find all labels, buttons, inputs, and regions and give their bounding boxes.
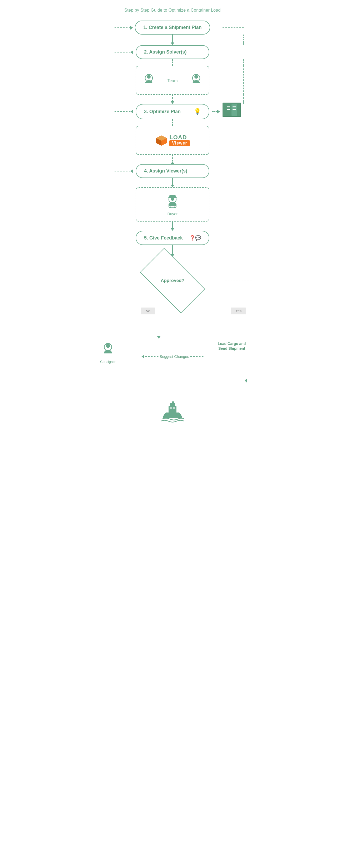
conn2 xyxy=(94,59,251,66)
svg-rect-31 xyxy=(170,407,172,409)
step3-label: 3. Optimize Plan xyxy=(144,109,181,115)
branches-row: No Yes xyxy=(94,304,251,317)
consigner-section: Consigner xyxy=(100,341,116,364)
step2-left-connector xyxy=(114,51,133,54)
arrow-right xyxy=(130,26,133,30)
right-dashed-h xyxy=(222,27,244,28)
page-title: Step by Step Guide to Optimize a Contain… xyxy=(94,8,251,13)
step4-row: 4. Assign Viewer(s) xyxy=(94,164,251,178)
lv-load-text: LOAD xyxy=(169,134,189,140)
step3-box[interactable]: 3. Optimize Plan 💡 xyxy=(136,104,209,119)
svg-point-3 xyxy=(194,75,198,79)
book-icon-container xyxy=(222,102,241,117)
avatar2-icon xyxy=(188,72,204,88)
loadviewer-box: LOAD Viewer xyxy=(136,126,209,155)
conn6 xyxy=(94,178,251,185)
book-arrow xyxy=(217,110,220,114)
book-icon xyxy=(222,102,241,117)
v-solid6 xyxy=(172,178,173,185)
step2-box[interactable]: 2. Assign Solver(s) xyxy=(136,45,209,59)
step2-label: 2. Assign Solver(s) xyxy=(144,49,186,55)
svg-rect-30 xyxy=(172,401,174,404)
arrow-no xyxy=(157,336,161,339)
no-arrow xyxy=(157,336,161,339)
right-v3 xyxy=(243,59,244,66)
arrow5 xyxy=(94,185,251,187)
conn1 xyxy=(94,35,251,42)
v-line xyxy=(172,35,173,42)
no-label: No xyxy=(141,308,155,314)
step1-box[interactable]: 1. Create a Shipment Plan xyxy=(135,21,210,35)
step5-icon: ❓💬 xyxy=(189,235,201,241)
arrow-down-1 xyxy=(171,42,174,45)
lv-box-icon xyxy=(155,135,168,146)
step5-box[interactable]: 5. Give Feedback ❓💬 xyxy=(136,231,209,245)
yes-label: Yes xyxy=(231,308,246,314)
lv-text: LOAD Viewer xyxy=(169,134,189,146)
step2-row: 2. Assign Solver(s) xyxy=(94,45,251,59)
step3-left-connector xyxy=(114,110,133,114)
suggest-dashed-left xyxy=(145,356,158,357)
svg-rect-28 xyxy=(169,406,176,413)
consigner-label: Consigner xyxy=(100,360,115,364)
arrow4 xyxy=(94,161,251,164)
svg-point-25 xyxy=(174,207,176,208)
svg-rect-5 xyxy=(232,104,237,116)
ship-h-line xyxy=(158,414,179,414)
suggest-changes-label: Suggest Changes xyxy=(160,354,189,359)
svg-rect-32 xyxy=(173,407,175,409)
load-cargo-label: Load Cargo and Send Shipment xyxy=(218,342,246,350)
step1-row: 1. Create a Shipment Plan xyxy=(94,21,251,35)
no-v-line xyxy=(159,320,159,336)
yes-branch: Yes xyxy=(231,308,246,314)
v-dashed4 xyxy=(172,119,173,126)
dashed-line3 xyxy=(114,111,130,112)
bottom-section: Consigner Suggest Changes Load Cargo and… xyxy=(94,320,251,394)
buyer-row: Buyer xyxy=(94,187,251,222)
step1-label: 1. Create a Shipment Plan xyxy=(143,25,202,30)
conn4 xyxy=(94,119,251,126)
suggest-section: Suggest Changes xyxy=(141,354,203,359)
diamond-container: Approved? xyxy=(133,259,212,302)
ship-icon xyxy=(161,399,184,426)
step5-row: 5. Give Feedback ❓💬 xyxy=(94,231,251,245)
arrow-down-6 xyxy=(171,228,174,231)
v-dashed2 xyxy=(172,59,173,66)
right-v-dashed xyxy=(243,35,244,42)
v-solid7 xyxy=(172,222,173,228)
yes-arrow2 xyxy=(245,378,247,383)
lv-viewer-text: Viewer xyxy=(169,140,189,146)
loadviewer-logo: LOAD Viewer xyxy=(155,134,189,146)
arrow-right2 xyxy=(130,51,133,54)
svg-point-27 xyxy=(106,344,110,348)
conn8 xyxy=(94,245,251,254)
diamond-right-connector xyxy=(225,281,251,281)
arrow-up-4 xyxy=(171,161,174,164)
step5-label: 5. Give Feedback xyxy=(144,235,183,241)
book-h-line xyxy=(212,111,217,112)
v-dashed3 xyxy=(172,95,173,101)
ship-section xyxy=(161,399,184,426)
svg-rect-4 xyxy=(225,104,231,116)
suggest-dashed-right xyxy=(191,356,204,357)
yes-v-line2 xyxy=(246,357,246,378)
svg-point-21 xyxy=(171,197,174,201)
team-center: Team xyxy=(167,77,177,83)
avatar2-container xyxy=(188,72,204,88)
book-connector xyxy=(212,110,220,114)
arrow6 xyxy=(94,228,251,231)
page: Step by Step Guide to Optimize a Contain… xyxy=(91,0,254,868)
right-v5 xyxy=(243,95,244,101)
diamond-label: Approved? xyxy=(161,278,184,283)
consigner-icon xyxy=(100,341,116,359)
v-solid8 xyxy=(172,245,173,254)
diamond-row: Approved? xyxy=(94,257,251,304)
buyer-box: Buyer xyxy=(136,187,209,222)
step4-box[interactable]: 4. Assign Viewer(s) xyxy=(136,164,209,178)
step4-left-connector xyxy=(114,169,133,173)
loadviewer-row: LOAD Viewer xyxy=(94,126,251,155)
dashed-line2 xyxy=(114,52,130,53)
svg-point-24 xyxy=(169,207,171,208)
arrow-down-5 xyxy=(171,185,174,187)
buyer-label: Buyer xyxy=(167,212,177,216)
